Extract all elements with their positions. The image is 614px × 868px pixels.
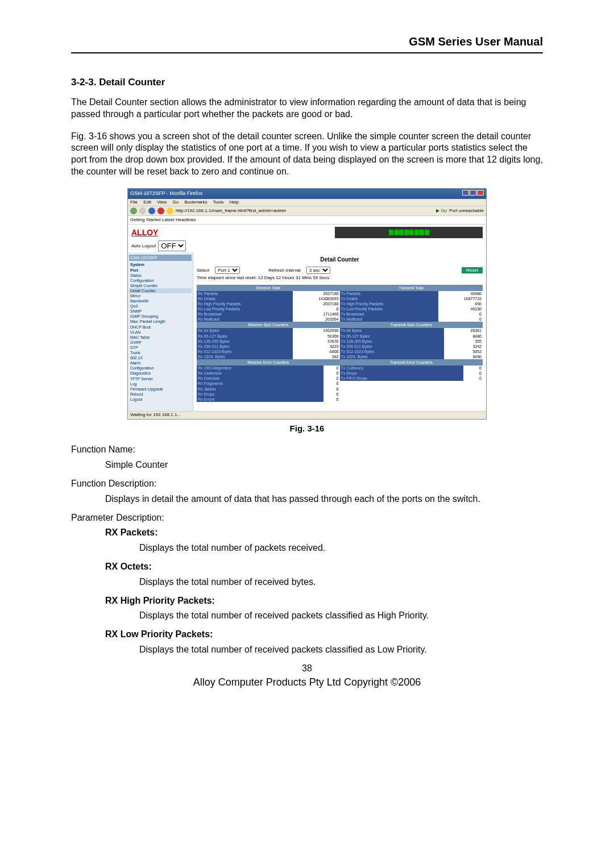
sidebar-group[interactable]: Port (129, 268, 192, 273)
counter-label: Rx Multicast (197, 317, 293, 322)
close-icon[interactable] (477, 190, 484, 196)
sidebar-item[interactable]: Firmware Upgrade (129, 387, 192, 392)
counter-label: Tx 256-511 Bytes (340, 344, 444, 349)
counter-value: 46986 (438, 291, 483, 296)
sidebar-item[interactable]: GVRP (129, 340, 192, 345)
counter-label: Rx Oversize (197, 376, 323, 381)
sidebar-item[interactable]: Diagnostics (129, 371, 192, 376)
table-row: Rx Packets2037180 (197, 291, 340, 296)
sidebar-item[interactable]: Reboot (129, 392, 192, 397)
sidebar-item[interactable]: Status (129, 273, 192, 278)
sidebar-item[interactable]: Max. Packet Length (129, 319, 192, 324)
counter-value: 0 (323, 366, 339, 371)
bookmarks-bar[interactable]: Getting Started Latest Headlines (128, 216, 486, 225)
reload-icon[interactable] (148, 207, 155, 214)
counter-label: Rx 1024- Bytes (197, 354, 293, 359)
sidebar-item[interactable]: TFTP Server (129, 376, 192, 381)
port-select[interactable]: Port 1 (215, 267, 240, 274)
back-icon[interactable] (130, 207, 137, 214)
menu-file[interactable]: File (130, 200, 138, 205)
sidebar-item[interactable]: IGMP Snooping (129, 314, 192, 319)
counter-label: Rx CRC/Alignment (197, 366, 323, 371)
menu-bookmarks[interactable]: Bookmarks (185, 200, 208, 205)
reset-button[interactable]: Reset (462, 267, 483, 273)
table-row: Tx 1024- Bytes9496 (340, 354, 483, 359)
menu-edit[interactable]: Edit (143, 200, 151, 205)
sidebar-item[interactable]: Configuration (129, 278, 192, 283)
counter-table: Rx CRC/Alignment0Rx Undersize0Rx Oversiz… (197, 366, 340, 402)
counter-value: 6800 (293, 349, 340, 354)
counter-label: Rx Drops (197, 392, 323, 397)
sidebar-item[interactable]: Alarm (129, 360, 192, 366)
home-icon[interactable] (167, 207, 173, 214)
forward-icon[interactable] (139, 207, 146, 214)
counter-value: 0 (323, 371, 339, 376)
table-row: Rx Broadcast1711460 (197, 312, 340, 317)
stop-icon[interactable] (157, 207, 164, 214)
sidebar-item[interactable]: SNMP (129, 309, 192, 314)
menu-tools[interactable]: Tools (213, 200, 224, 205)
counter-group-header: Transmit Size Counters (340, 322, 483, 328)
counter-value: 5052 (444, 349, 483, 354)
go-button[interactable]: ▶ Go (436, 208, 447, 214)
table-row: Tx Broadcast0 (340, 312, 483, 317)
table-row: Rx 65-127 Bytes56309 (197, 334, 340, 339)
counter-table: Tx Packets46986Tx Octets16877733Tx High … (340, 291, 483, 322)
sidebar-item[interactable]: 802.1X (129, 355, 192, 360)
table-row: Rx 256-511 Bytes3223 (197, 344, 340, 349)
window-title: GSM-16T2SFP - Mozilla Firefox (130, 190, 202, 197)
counter-value: 0 (463, 371, 483, 376)
sidebar-item[interactable]: Bandwidth (129, 298, 192, 304)
minimize-icon[interactable] (462, 190, 469, 196)
auto-logout-select[interactable]: OFF (158, 240, 186, 251)
table-row: Rx High Priority Packets2037180 (197, 301, 340, 306)
sidebar-item[interactable]: Trunk (129, 350, 192, 355)
table-row: Rx Errors0 (197, 397, 340, 402)
sidebar-item[interactable]: STP (129, 345, 192, 350)
counter-label: Tx FIFO Drops (340, 376, 463, 381)
select-label: Select (197, 268, 209, 273)
tab-portunreachable[interactable]: Port unreachable (449, 208, 484, 214)
sidebar-item[interactable]: Simple Counter (129, 283, 192, 288)
counter-label: Tx Low Priority Packets (340, 306, 439, 312)
sidebar-item[interactable]: MAC Table (129, 335, 192, 340)
sidebar-item[interactable]: Configuration (129, 366, 192, 371)
counter-value: 143083593 (293, 296, 340, 301)
sidebar-item[interactable]: Detail Counter (129, 288, 192, 293)
browser-menubar[interactable]: File Edit View Go Bookmarks Tools Help (128, 199, 486, 206)
address-bar[interactable]: http://192.168.1.1/main_frame.html?first… (176, 208, 434, 214)
nav-sidebar[interactable]: GSM-16T2SFPSystemPortStatusConfiguration… (128, 252, 193, 411)
maximize-icon[interactable] (470, 190, 476, 196)
table-row: Rx Undersize0 (197, 371, 340, 376)
counter-value: 2037180 (293, 291, 340, 296)
sidebar-item[interactable]: Log (129, 381, 192, 387)
sidebar-item[interactable]: VLAN (129, 330, 192, 335)
counter-group-header: Receive Error Counters (197, 359, 340, 366)
sidebar-item[interactable]: QoS (129, 304, 192, 309)
status-bar: Waiting for 192.168.1.1... (128, 411, 486, 418)
counter-label: Rx 128-255 Bytes (197, 339, 293, 344)
menu-go[interactable]: Go (173, 200, 179, 205)
refresh-label: Refresh Interval (268, 268, 300, 273)
table-row: Tx FIFO Drops0 (340, 376, 483, 381)
counter-value: 56309 (293, 334, 340, 339)
function-name-value: Simple Counter (105, 459, 543, 471)
intro-paragraph-1: The Detail Counter section allows the ad… (71, 97, 543, 121)
param-description: Displays the total number of received pa… (139, 644, 543, 656)
counter-value: 0 (323, 397, 339, 402)
sidebar-item[interactable]: DHCP Boot (129, 325, 192, 330)
refresh-select[interactable]: 3 sec (306, 267, 330, 274)
table-row: Rx Jabber0 (197, 387, 340, 392)
sidebar-item[interactable]: Logout (129, 397, 192, 402)
parameter-description-label: Parameter Description: (71, 512, 543, 524)
menu-help[interactable]: Help (230, 200, 239, 205)
counter-value: 0 (463, 366, 483, 371)
window-controls[interactable] (462, 190, 484, 198)
sidebar-group[interactable]: System (129, 262, 192, 267)
counter-label: Tx 65-127 Bytes (340, 334, 444, 339)
counter-label: Rx Errors (197, 397, 323, 402)
sidebar-item[interactable]: Mirror (129, 293, 192, 298)
menu-view[interactable]: View (157, 200, 167, 205)
counter-label: Tx 128-255 Bytes (340, 339, 444, 344)
table-row: Tx Drops0 (340, 371, 483, 376)
